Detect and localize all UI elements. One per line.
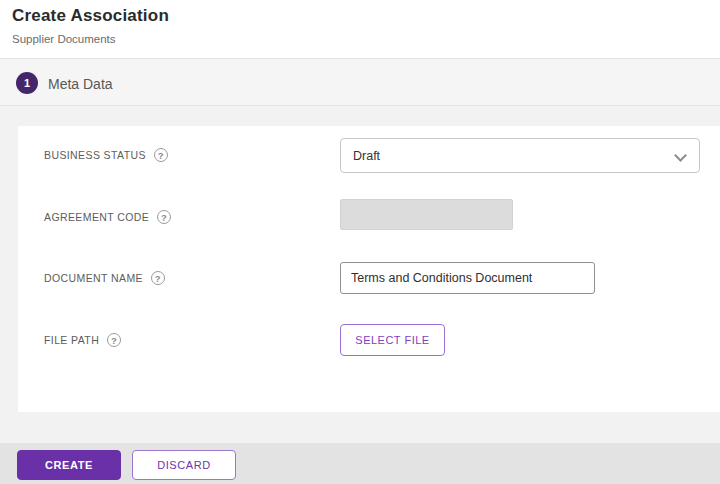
- breadcrumb: Supplier Documents: [12, 33, 116, 45]
- step-number-badge: 1: [16, 72, 38, 94]
- footer-action-bar: CREATE DISCARD: [0, 443, 720, 484]
- page-header: Create Association Supplier Documents: [0, 0, 720, 58]
- file-path-label-text: FILE PATH: [44, 334, 99, 346]
- document-name-label-text: DOCUMENT NAME: [44, 272, 143, 284]
- chevron-down-icon: [674, 149, 687, 162]
- document-name-field[interactable]: [340, 262, 595, 294]
- meta-data-form-card: BUSINESS STATUS ? Draft AGREEMENT CODE ?…: [18, 126, 720, 412]
- help-icon[interactable]: ?: [107, 333, 121, 347]
- help-icon[interactable]: ?: [154, 148, 168, 162]
- step-label: Meta Data: [48, 76, 113, 92]
- business-status-label: BUSINESS STATUS ?: [44, 148, 168, 162]
- select-file-button[interactable]: SELECT FILE: [340, 324, 445, 356]
- agreement-code-label: AGREEMENT CODE ?: [44, 210, 171, 224]
- agreement-code-label-text: AGREEMENT CODE: [44, 211, 149, 223]
- file-path-label: FILE PATH ?: [44, 333, 121, 347]
- create-button[interactable]: CREATE: [17, 450, 121, 480]
- document-name-label: DOCUMENT NAME ?: [44, 271, 165, 285]
- agreement-code-field: [340, 199, 513, 230]
- page-title: Create Association: [12, 6, 169, 26]
- business-status-select[interactable]: Draft: [340, 138, 700, 173]
- help-icon[interactable]: ?: [151, 271, 165, 285]
- stepper: 1 Meta Data: [0, 58, 720, 106]
- business-status-label-text: BUSINESS STATUS: [44, 149, 146, 161]
- help-icon[interactable]: ?: [157, 210, 171, 224]
- business-status-selected-value: Draft: [353, 149, 380, 163]
- discard-button[interactable]: DISCARD: [132, 450, 236, 480]
